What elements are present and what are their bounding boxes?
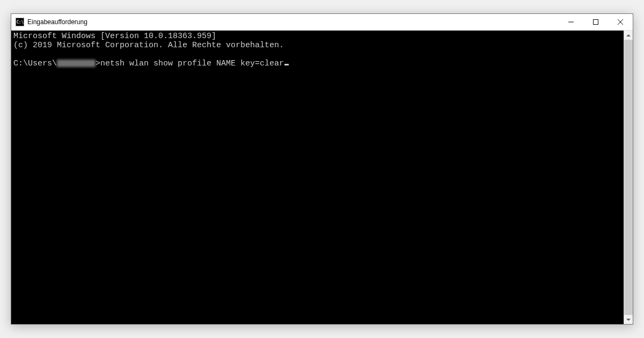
terminal-output[interactable]: Microsoft Windows [Version 10.0.18363.95… (11, 31, 624, 324)
terminal-area: Microsoft Windows [Version 10.0.18363.95… (11, 31, 633, 324)
titlebar[interactable]: C:\ Eingabeaufforderung (11, 14, 633, 31)
prompt-line: C:\Users\████████>netsh wlan show profil… (13, 59, 621, 68)
prompt-path-prefix: C:\Users\ (13, 59, 57, 68)
vertical-scrollbar[interactable] (624, 31, 633, 324)
window-controls (559, 14, 633, 30)
scroll-up-button[interactable] (624, 31, 633, 40)
app-icon: C:\ (16, 18, 24, 26)
copyright-line: (c) 2019 Microsoft Corporation. Alle Rec… (13, 41, 621, 50)
scroll-track[interactable] (624, 40, 633, 315)
minimize-button[interactable] (559, 14, 583, 30)
svg-rect-0 (594, 20, 598, 25)
maximize-button[interactable] (583, 14, 608, 30)
blank-line (13, 50, 621, 59)
window-title: Eingabeaufforderung (27, 18, 559, 26)
version-line: Microsoft Windows [Version 10.0.18363.95… (13, 32, 621, 41)
cursor (284, 64, 289, 65)
scroll-down-button[interactable] (624, 315, 633, 324)
command-text: netsh wlan show profile NAME key=clear (100, 59, 284, 68)
username-redacted: ████████ (57, 60, 96, 67)
command-prompt-window: C:\ Eingabeaufforderung Microsoft Window… (11, 13, 633, 325)
close-button[interactable] (608, 14, 633, 30)
scroll-thumb[interactable] (624, 40, 633, 315)
prompt-suffix: > (96, 59, 100, 68)
